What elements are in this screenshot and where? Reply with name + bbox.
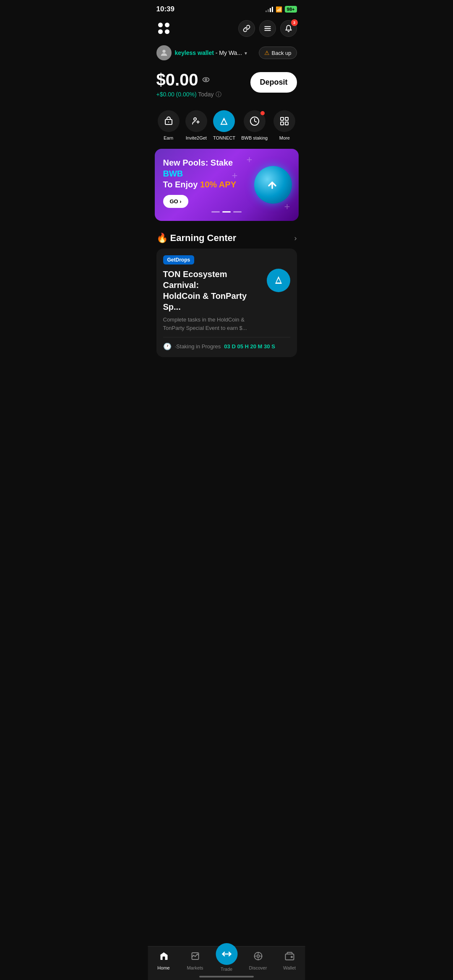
tonnect-label: TONNECT bbox=[213, 135, 235, 140]
bwb-dot bbox=[260, 111, 265, 115]
staking-timer: 03 D 05 H 20 M 30 S bbox=[224, 343, 275, 350]
banner-dot-3 bbox=[233, 211, 242, 213]
decoration-plus-3: + bbox=[232, 170, 237, 181]
timer-icon: 🕐 bbox=[163, 342, 172, 350]
svg-point-4 bbox=[203, 78, 209, 82]
wallet-avatar bbox=[156, 45, 172, 60]
notification-button[interactable]: 3 bbox=[280, 20, 297, 37]
card-description: Complete tasks in the HoldCoin &TonParty… bbox=[163, 316, 262, 332]
balance-amount: $0.00 bbox=[156, 70, 251, 89]
earning-card[interactable]: GetDrops TON Ecosystem Carnival:HoldCoin… bbox=[156, 249, 297, 357]
backup-button[interactable]: ⚠ Back up bbox=[259, 47, 297, 59]
action-bwb[interactable]: BWB staking bbox=[241, 110, 268, 140]
app-logo bbox=[156, 21, 172, 36]
status-bar: 10:39 📶 98+ bbox=[148, 0, 305, 17]
more-icon-wrap bbox=[273, 110, 295, 132]
wallet-label: keyless wallet - My Wa... ▾ bbox=[175, 49, 247, 56]
svg-rect-12 bbox=[285, 117, 288, 120]
link-button[interactable] bbox=[238, 20, 255, 37]
header-actions: 3 bbox=[238, 20, 297, 37]
svg-point-8 bbox=[194, 118, 196, 120]
wallet-name-row[interactable]: keyless wallet - My Wa... ▾ bbox=[156, 45, 247, 60]
bwb-icon-wrap bbox=[244, 110, 266, 132]
banner-go-button[interactable]: GO › bbox=[163, 195, 188, 208]
invite-label: Invite2Get bbox=[186, 135, 207, 140]
earning-center-title: 🔥 Earning Center bbox=[156, 233, 237, 244]
balance-section: $0.00 +$0.00 (0.00%) Today ⓘ Deposit bbox=[148, 67, 305, 105]
card-text: TON Ecosystem Carnival:HoldCoin & TonPar… bbox=[163, 269, 262, 332]
action-earn[interactable]: Earn bbox=[158, 110, 180, 140]
status-icons: 📶 98+ bbox=[266, 6, 297, 13]
balance-left: $0.00 +$0.00 (0.00%) Today ⓘ bbox=[156, 70, 251, 99]
deposit-button[interactable]: Deposit bbox=[250, 72, 297, 93]
earn-icon-wrap bbox=[158, 110, 180, 132]
quick-actions: Earn Invite2Get TONNECT BWB bbox=[148, 105, 305, 144]
decoration-plus-1: + bbox=[246, 154, 252, 166]
card-content: TON Ecosystem Carnival:HoldCoin & TonPar… bbox=[163, 269, 290, 332]
banner-dot-2 bbox=[222, 211, 231, 213]
more-label: More bbox=[279, 135, 290, 140]
dropdown-arrow-icon: ▾ bbox=[245, 50, 247, 56]
staking-row: 🕐 ·Staking in Progres 03 D 05 H 20 M 30 … bbox=[163, 337, 290, 350]
action-tonnect[interactable]: TONNECT bbox=[213, 110, 235, 140]
status-time: 10:39 bbox=[156, 5, 174, 13]
svg-point-5 bbox=[205, 79, 207, 80]
svg-point-3 bbox=[162, 50, 165, 53]
wallet-header: keyless wallet - My Wa... ▾ ⚠ Back up bbox=[148, 42, 305, 67]
earning-center-header: 🔥 Earning Center › bbox=[156, 233, 297, 244]
svg-rect-13 bbox=[281, 122, 284, 125]
action-invite[interactable]: Invite2Get bbox=[185, 110, 207, 140]
svg-rect-14 bbox=[285, 122, 288, 125]
banner-pagination bbox=[163, 211, 290, 213]
bwb-label: BWB staking bbox=[241, 135, 268, 140]
wifi-icon: 📶 bbox=[276, 6, 282, 13]
battery-indicator: 98+ bbox=[285, 6, 297, 13]
earning-center-section: 🔥 Earning Center › GetDrops TON Ecosyste… bbox=[148, 226, 305, 360]
notification-count: 3 bbox=[291, 19, 298, 26]
signal-icon bbox=[266, 6, 273, 12]
eye-icon[interactable] bbox=[202, 75, 210, 86]
balance-change: +$0.00 (0.00%) Today ⓘ bbox=[156, 91, 251, 99]
banner-dot-1 bbox=[211, 211, 220, 213]
staking-label: ·Staking in Progres bbox=[175, 343, 221, 350]
promo-banner[interactable]: + + + New Pools: Stake BWBTo Enjoy 10% A… bbox=[155, 149, 299, 221]
earning-center-chevron[interactable]: › bbox=[294, 234, 297, 243]
card-title: TON Ecosystem Carnival:HoldCoin & TonPar… bbox=[163, 269, 262, 312]
card-icon bbox=[267, 269, 290, 292]
svg-rect-11 bbox=[281, 117, 284, 120]
invite-icon-wrap bbox=[185, 110, 207, 132]
menu-button[interactable] bbox=[259, 20, 276, 37]
tonnect-icon-wrap bbox=[213, 110, 235, 132]
banner-coin-graphic bbox=[254, 166, 292, 204]
action-more[interactable]: More bbox=[273, 110, 295, 140]
header-nav: 3 bbox=[148, 17, 305, 42]
getdrops-badge: GetDrops bbox=[163, 255, 195, 264]
earn-label: Earn bbox=[164, 135, 173, 140]
warning-icon: ⚠ bbox=[264, 49, 270, 56]
